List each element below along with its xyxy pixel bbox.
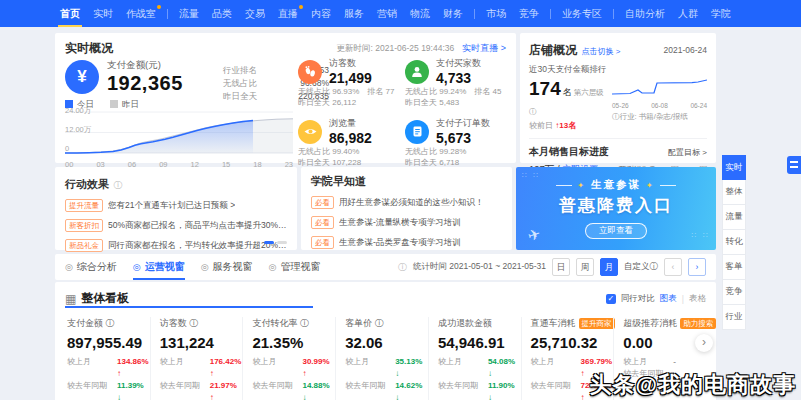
- nav-divider: [550, 9, 551, 19]
- rail-item-traffic[interactable]: 流量: [722, 205, 746, 230]
- shop-rank-change: 较前日 ↑13名: [529, 120, 612, 131]
- nav-item-realtime[interactable]: 实时: [91, 0, 115, 27]
- grid-icon: ▦: [65, 292, 76, 306]
- banner-title: 普惠降费入口: [559, 194, 673, 217]
- academy-link[interactable]: 用好生意参谋必须知道的这些小知识！: [339, 197, 484, 209]
- action-tag: 新客折扣: [65, 219, 103, 232]
- carousel-dot[interactable]: [277, 241, 287, 244]
- metric-value: 4,733: [436, 70, 481, 86]
- banner-deco-dots: ∷ ∷: [522, 171, 540, 180]
- rail-item-avg-order[interactable]: 客单: [722, 255, 746, 280]
- spark-icon: ✦: [577, 181, 586, 190]
- rail-item-competition[interactable]: 竞争: [722, 280, 746, 305]
- nav-item-competition[interactable]: 竞争: [517, 0, 541, 27]
- view-toggle-divider: |: [682, 294, 684, 304]
- promo-banner[interactable]: ∷ ∷ ∷ ∷ ✈ ✦ 生意参谋 ✦ 普惠降费入口 立即查看: [516, 167, 716, 250]
- rail-item-realtime[interactable]: 实时: [722, 155, 746, 180]
- nav-item-academy[interactable]: 学院: [709, 0, 733, 27]
- metric-sub-orders: 支付子订单数 5,673 无线占比 99.28% 昨日全天 6,718: [405, 117, 507, 168]
- nav-divider: [167, 9, 168, 19]
- kanban-next-page-chevron[interactable]: ›: [695, 334, 713, 352]
- academy-item: 必看 用好生意参谋必须知道的这些小知识！: [311, 196, 502, 209]
- stat-time-range: 统计时间 2021-05-01 ~ 2021-05-31: [413, 261, 546, 273]
- nav-item-warroom[interactable]: 作战室: [124, 0, 158, 27]
- carousel-indicator: [264, 241, 287, 244]
- tab-service-window[interactable]: ◎服务视窗: [201, 254, 253, 280]
- y-tick: 12.00万: [65, 125, 91, 135]
- metric-value: 86,982: [329, 130, 372, 146]
- action-item: 提升流量 您有21个直通车计划已达日预额 >: [65, 199, 287, 212]
- kanban-metric-avg-order: 客单价 ⓘ 32.06 较上月35.13% ↓ 较去年同期14.62% ↓: [335, 317, 428, 400]
- nav-item-home[interactable]: 首页: [58, 0, 82, 27]
- kanban-metric-conversion: 支付转化率 ⓘ 21.35% 较上月30.99% ↑ 较去年同期14.88% ↓: [242, 317, 335, 400]
- academy-card: 学院早知道 必看 用好生意参谋必须知道的这些小知识！ 必看 生意参谋-流量纵横专…: [301, 167, 512, 250]
- nav-item-traffic[interactable]: 流量: [177, 0, 201, 27]
- rail-item-overall[interactable]: 整体: [722, 180, 746, 205]
- realtime-title: 实时概况: [65, 40, 113, 57]
- view-table-toggle[interactable]: 表格: [689, 293, 706, 305]
- metric-pageviews: 浏览量 86,982 无线占比 99.40% 昨日全天 107,228: [298, 117, 400, 168]
- metric-label: 浏览量: [329, 117, 372, 130]
- metric-value: 21,499: [329, 70, 372, 86]
- watermark-text: 头条@我的电商故事: [590, 370, 796, 400]
- nav-item-logistics[interactable]: 物流: [408, 0, 432, 27]
- banner-view-button[interactable]: 立即查看: [585, 223, 647, 239]
- peer-compare-checkbox[interactable]: ✓: [606, 294, 616, 304]
- shop-title: 店铺概况: [529, 43, 577, 57]
- nav-item-marketing[interactable]: 营销: [375, 0, 399, 27]
- pay-amount-value: 192,365: [107, 72, 183, 95]
- goal-config-link[interactable]: 配置目标 >: [668, 147, 707, 158]
- range-month-button[interactable]: 月: [600, 258, 618, 276]
- action-link[interactable]: 同行商家都在报名，平均转化效率提升超20%，快速打… >: [108, 240, 287, 252]
- shop-industry: ⓘ行业: 书籍/杂志/报纸: [612, 112, 707, 122]
- nav-item-service[interactable]: 服务: [342, 0, 366, 27]
- anchor-side-rail: 实时 整体 流量 转化 客单 竞争 行业: [722, 155, 746, 330]
- academy-link[interactable]: 生意参谋-品类罗盘专项学习培训: [339, 237, 461, 249]
- nav-item-audience[interactable]: 人群: [676, 0, 700, 27]
- tab-operation-window[interactable]: ◎运营视窗: [133, 254, 185, 280]
- next-period-button[interactable]: ›: [688, 258, 706, 276]
- nav-item-content[interactable]: 内容: [309, 0, 333, 27]
- view-chart-toggle[interactable]: 图表: [660, 293, 677, 305]
- banner-deco-dots: ∷ ∷: [692, 231, 710, 240]
- order-doc-icon: [405, 120, 429, 144]
- realtime-updated-time: 更新时间: 2021-06-25 19:44:36: [337, 43, 455, 55]
- nav-item-category[interactable]: 品类: [210, 0, 234, 27]
- tab-management-window[interactable]: ◎管理视窗: [269, 254, 321, 280]
- shop-rank-minichart: 05-2606-0806-24 ⓘ行业: 书籍/杂志/报纸: [612, 78, 707, 131]
- range-custom-button[interactable]: 自定义ⓘ: [624, 261, 658, 273]
- nav-item-live[interactable]: 直播: [276, 0, 300, 27]
- range-day-button[interactable]: 日: [552, 258, 570, 276]
- buyer-person-icon: [405, 60, 429, 84]
- nav-item-business-zone[interactable]: 业务专区: [560, 0, 604, 27]
- action-link[interactable]: 50%商家都已报名，商品平均点击率提升30%，快速… >: [108, 220, 287, 232]
- shop-switch-link[interactable]: 点击切换 >: [581, 47, 620, 56]
- nav-item-finance[interactable]: 财务: [441, 0, 465, 27]
- action-tag: 新品礼金: [65, 239, 103, 252]
- shop-rank-title: 近30天支付金额排行: [529, 64, 707, 76]
- carousel-dot-active[interactable]: [264, 241, 274, 244]
- actions-title: 行动效果: [65, 178, 109, 190]
- action-link[interactable]: 您有21个直通车计划已达日预额 >: [108, 200, 235, 212]
- rail-item-conversion[interactable]: 转化: [722, 230, 746, 255]
- edge-float-tab[interactable]: [787, 156, 801, 174]
- nav-item-market[interactable]: 市场: [484, 0, 508, 27]
- metric-pay-buyers: 支付买家数 4,733 无线占比 99.24%排名 45 昨日全天 5,483: [405, 57, 507, 108]
- nav-item-trade[interactable]: 交易: [243, 0, 267, 27]
- pay-amount-block: ¥ 支付金额(元) 192,365: [65, 59, 183, 95]
- prev-period-button[interactable]: ‹: [664, 258, 682, 276]
- area-chart-svg: [65, 109, 293, 155]
- shop-goal-title: 本月销售目标进度: [529, 145, 609, 159]
- kanban-metric-visitors: 访客数 ⓘ 131,224 较上月176.42% ↑ 较去年同期21.97% ↑: [150, 317, 243, 400]
- realtime-live-link[interactable]: 实时直播 >: [462, 42, 506, 55]
- rail-item-industry[interactable]: 行业: [722, 305, 746, 330]
- nav-item-self-analysis[interactable]: 自助分析: [623, 0, 667, 27]
- range-week-button[interactable]: 周: [576, 258, 594, 276]
- academy-link[interactable]: 生意参谋-流量纵横专项学习培训: [339, 217, 461, 229]
- tab-comprehensive-analysis[interactable]: ◎综合分析: [65, 254, 117, 280]
- action-effect-card: 行动效果 ⓘ 提升流量 您有21个直通车计划已达日预额 > 新客折扣 50%商家…: [55, 167, 297, 250]
- yuan-icon: ¥: [65, 60, 99, 94]
- dashboard-page: 首页 实时 作战室 流量 品类 交易 直播 内容 服务 营销 物流 财务 市场 …: [0, 0, 801, 400]
- tab-circle-icon: ◎: [133, 262, 141, 272]
- spark-icon: ✦: [646, 181, 655, 190]
